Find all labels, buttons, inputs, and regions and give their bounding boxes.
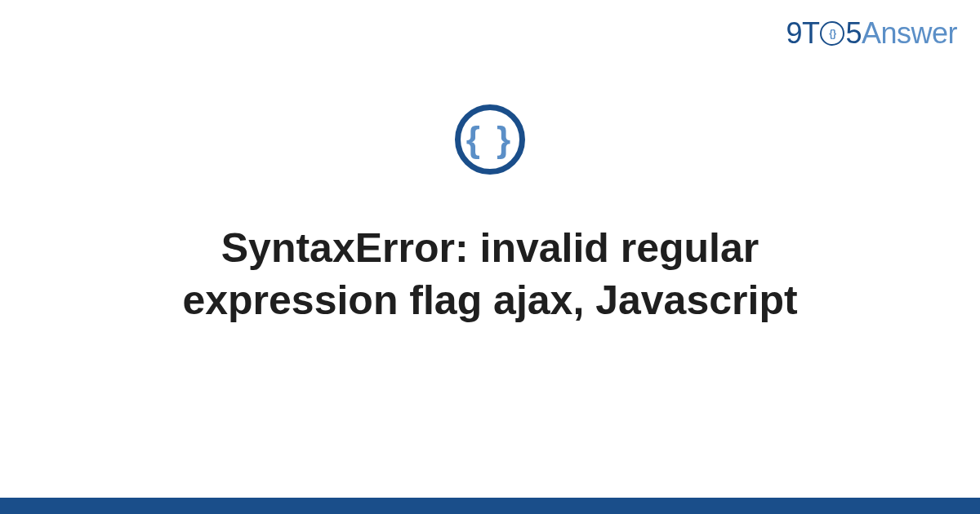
logo-text-answer: Answer [862,16,957,51]
main-content: { } SyntaxError: invalid regular express… [0,104,980,326]
logo-text-5: 5 [845,16,862,51]
code-braces-icon: { } [466,119,514,160]
logo-clock-inner: {} [829,28,835,39]
logo-text-9t: 9T [786,16,819,51]
page-title: SyntaxError: invalid regular expression … [82,222,898,326]
site-logo: 9T {} 5 Answer [786,16,957,51]
logo-clock-icon: {} [820,21,844,46]
topic-icon-circle: { } [455,104,525,175]
footer-accent-bar [0,498,980,514]
